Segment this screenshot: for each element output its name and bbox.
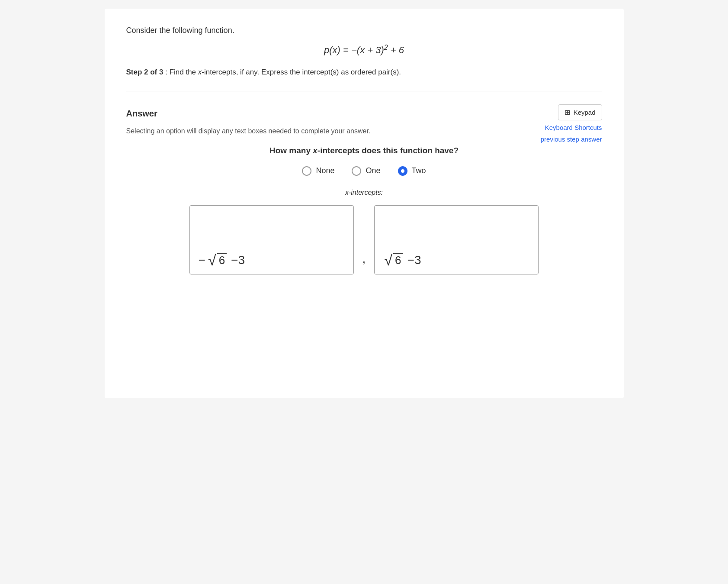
suffix-1: −3	[231, 253, 245, 267]
step-body: : Find the x-intercepts, if any. Express…	[165, 68, 401, 76]
radio-label-one: One	[366, 166, 380, 175]
sqrt-number-2: 6	[393, 253, 403, 267]
selecting-text: Selecting an option will display any tex…	[126, 127, 602, 135]
sqrt-wrapper-2: √ 6	[384, 253, 403, 268]
sqrt-symbol-2: √	[384, 253, 392, 268]
radio-circle-two[interactable]	[398, 166, 407, 176]
comma-separator: ,	[362, 252, 366, 274]
radio-label-none: None	[316, 166, 334, 175]
keypad-area: ⊞ Keypad Keyboard Shortcuts previous ste…	[541, 104, 602, 143]
formula-display: p(x) = −(x + 3)2 + 6	[126, 44, 602, 56]
radio-circle-one[interactable]	[352, 166, 361, 176]
radio-circle-none[interactable]	[302, 166, 311, 176]
answer-section: Answer ⊞ Keypad Keyboard Shortcuts previ…	[126, 104, 602, 274]
input-boxes-row: − √ 6 −3 , √ 6 −3	[126, 205, 602, 274]
input-box-2[interactable]: √ 6 −3	[374, 205, 539, 274]
answer-label: Answer	[126, 109, 602, 119]
consider-text: Consider the following function.	[126, 26, 602, 35]
radio-group: None One Two	[126, 166, 602, 176]
negative-sign-1: −	[199, 253, 205, 267]
sqrt-symbol-1: √	[208, 253, 216, 268]
step-instruction: Step 2 of 3 : Find the x-intercepts, if …	[126, 67, 602, 78]
input-box-1[interactable]: − √ 6 −3	[189, 205, 354, 274]
problem-section: Consider the following function. p(x) = …	[126, 26, 602, 91]
suffix-2: −3	[407, 253, 421, 267]
sqrt-wrapper-1: √ 6	[208, 253, 227, 268]
radio-label-two: Two	[412, 166, 426, 175]
x-intercepts-label: x-intercepts:	[126, 189, 602, 197]
previous-step-link[interactable]: previous step answer	[541, 136, 602, 143]
keyboard-shortcuts-link[interactable]: Keyboard Shortcuts	[541, 124, 602, 131]
input-box-1-content: − √ 6 −3	[199, 253, 245, 268]
main-container: Consider the following function. p(x) = …	[105, 9, 624, 398]
formula-text: p(x) = −(x + 3)2 + 6	[324, 45, 404, 55]
keypad-button-label: Keypad	[574, 109, 596, 116]
input-box-2-content: √ 6 −3	[383, 253, 421, 268]
step-label: Step 2 of 3	[126, 68, 164, 76]
radio-option-two[interactable]: Two	[398, 166, 426, 176]
keypad-button[interactable]: ⊞ Keypad	[558, 104, 602, 120]
keypad-icon: ⊞	[564, 108, 570, 116]
question-text: How many x-intercepts does this function…	[126, 146, 602, 155]
sqrt-number-1: 6	[217, 253, 227, 267]
radio-option-one[interactable]: One	[352, 166, 380, 176]
radio-option-none[interactable]: None	[302, 166, 334, 176]
